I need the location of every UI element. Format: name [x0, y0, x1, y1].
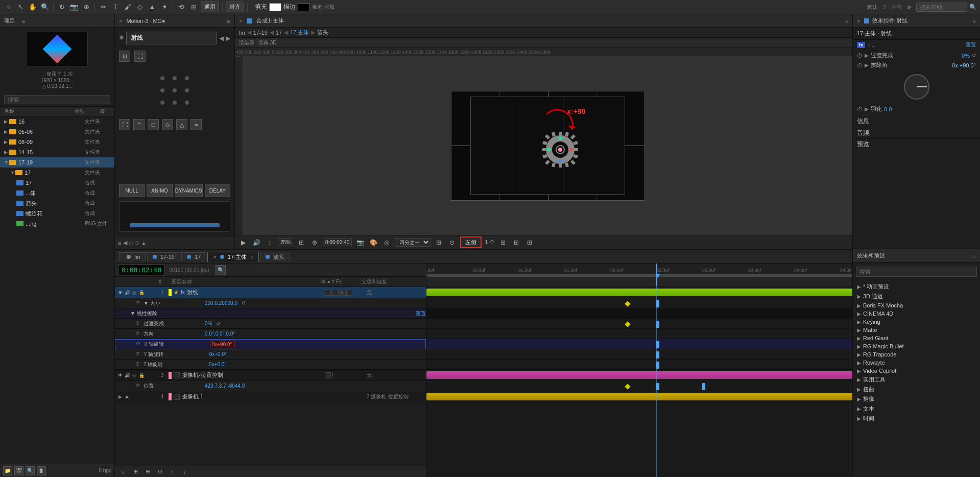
brush-icon[interactable]: 🖌	[123, 2, 133, 12]
menu-icon[interactable]: ≡	[879, 2, 890, 12]
tc-search-btn[interactable]: 🔍	[216, 265, 226, 275]
effect-cat-distort[interactable]: ▶ 扭曲	[853, 385, 980, 394]
switch-2[interactable]	[332, 290, 338, 296]
effect-value-1[interactable]: 0%	[962, 53, 970, 59]
layer-audio-icon[interactable]: 🔊	[124, 290, 130, 296]
zoom-icon[interactable]: 🔍	[40, 2, 50, 12]
cursor-icon[interactable]: ↖	[15, 2, 26, 12]
motion-warp-btn[interactable]: ⌃	[133, 119, 145, 130]
list-item[interactable]: ▼ 17 文件夹	[0, 168, 114, 178]
preview-label[interactable]: 预览	[857, 140, 869, 148]
list-item[interactable]: ▼ 17-19 文件夹	[0, 157, 114, 168]
effects-close[interactable]: ×	[857, 18, 860, 24]
effect-cat-cinema[interactable]: ▶ CINEMA 4D	[853, 309, 980, 318]
layer-eye-icon[interactable]: 👁	[117, 290, 123, 296]
motion-diamond-btn[interactable]: ◇	[162, 119, 173, 130]
viewer-icon[interactable]: ⊞	[498, 237, 508, 248]
camera-icon[interactable]: 📷	[69, 2, 79, 12]
quality-select[interactable]: 四分之一	[395, 238, 431, 247]
color-picker-icon[interactable]: 🎨	[368, 237, 378, 248]
prop-stopwatch[interactable]: ⏱	[135, 362, 141, 368]
stopwatch-icon[interactable]: ⏱	[857, 53, 863, 59]
feather-stopwatch[interactable]: ⏱	[857, 106, 863, 112]
layer-collapse-icon[interactable]: ▶	[124, 394, 130, 400]
expand-icon[interactable]: »	[904, 2, 914, 12]
motion-icon[interactable]: ⊞	[188, 2, 199, 12]
prop-reset-btn[interactable]: 重置	[416, 310, 426, 317]
viewer-icon3[interactable]: ⊞	[524, 237, 535, 248]
stroke-color-swatch[interactable]	[298, 3, 310, 11]
effect-cat-matte[interactable]: ▶ Matte	[853, 326, 980, 334]
tl-foot-icon1[interactable]: ≡	[118, 467, 128, 477]
motion-nav-icon2[interactable]: ▶	[226, 35, 230, 42]
fit-icon[interactable]: ⊞	[296, 237, 306, 248]
effect-cat-animation[interactable]: ▶ * 动画预设	[853, 282, 980, 292]
motion-wave-btn[interactable]: ≈	[190, 119, 202, 130]
effect-cat-vidcopilot[interactable]: ▶ Video Copilot	[853, 367, 980, 375]
layer-lock-icon[interactable]: 🔓	[138, 290, 145, 296]
comp-nav-17[interactable]: 17	[276, 30, 282, 36]
info-label[interactable]: 信息	[857, 117, 976, 126]
shape-icon[interactable]: ▲	[147, 2, 157, 12]
viewer-icon2[interactable]: ⊞	[511, 237, 521, 248]
motion-shape-btn[interactable]: □	[148, 119, 159, 130]
fill-color-swatch[interactable]	[269, 3, 281, 11]
motion-footer-nav2[interactable]: ▲	[141, 240, 147, 246]
delay-btn[interactable]: DELAY	[205, 184, 230, 197]
prop-stopwatch[interactable]: ⏱	[135, 321, 141, 327]
pan-icon[interactable]: ⊕	[81, 2, 91, 12]
prop-stopwatch[interactable]: ⏱	[135, 383, 141, 389]
motion-menu-icon[interactable]: ≡	[227, 18, 230, 24]
motion-footer-icon[interactable]: ≡	[118, 240, 121, 246]
effects-menu-icon[interactable]: ≡	[973, 18, 976, 24]
text-icon[interactable]: T	[110, 2, 121, 12]
camera-snap-icon[interactable]: 📷	[355, 237, 365, 248]
prop-value[interactable]: 0x+0.0°	[209, 362, 226, 367]
effect-cat-rgmb[interactable]: ▶ RG Magic Bullet	[853, 342, 980, 350]
list-item[interactable]: ▶ 16 文件夹	[0, 116, 114, 127]
timeline-layer[interactable]: 👁 🔊 ◎ 🔓 1 ★ fx 射线	[115, 287, 426, 298]
dynamics-btn[interactable]: DYNAMICS	[175, 184, 203, 197]
tl-foot-icon5[interactable]: ↑	[167, 467, 177, 477]
transfer-icon[interactable]: ↕	[265, 237, 275, 248]
puppet-icon[interactable]: ✦	[159, 2, 170, 12]
prop-value[interactable]: 423.7,3.7,-8044.9	[205, 383, 245, 389]
guide-icon[interactable]: ◎	[381, 237, 392, 248]
mask-icon[interactable]: ⊙	[447, 237, 457, 248]
comp-nav-arrow[interactable]: 箭头	[317, 29, 328, 36]
pen-icon[interactable]: ✏	[98, 2, 108, 12]
view-select[interactable]: 左侧	[460, 236, 482, 248]
eraser-icon[interactable]: ◇	[135, 2, 145, 12]
switch-3[interactable]: fx	[339, 290, 345, 296]
switch-4[interactable]	[346, 290, 352, 296]
reset-icon[interactable]: ↺	[972, 53, 976, 58]
zoom-display[interactable]: 25%	[278, 238, 293, 246]
effects-search-input[interactable]	[856, 267, 977, 277]
list-item[interactable]: 螺旋花 合成	[0, 208, 114, 219]
effect-cat-text[interactable]: ▶ 文本	[853, 404, 980, 414]
list-item[interactable]: ▶ 08-09 文件夹	[0, 137, 114, 147]
list-item[interactable]: ▶ 05-06 文件夹	[0, 127, 114, 137]
comp-close[interactable]: ×	[239, 18, 242, 24]
comp-nav-fin[interactable]: fin	[239, 30, 245, 36]
search-input[interactable]	[916, 3, 967, 12]
timeline-timecode[interactable]: 0:00:02:40	[118, 265, 165, 275]
prop-value[interactable]: 100.0,20000.0	[205, 300, 237, 306]
motion-nav-icon[interactable]: ◀	[219, 35, 224, 42]
tab-17[interactable]: 17	[181, 252, 206, 261]
new-comp-btn[interactable]: 🎬	[14, 466, 23, 475]
effect-cat-matte2[interactable]: ▶ 抠像	[853, 394, 980, 404]
hand-icon[interactable]: ✋	[28, 2, 38, 12]
layer-property-selected[interactable]: ⏱ X 轴旋转 0x+90.0°	[115, 339, 426, 349]
rotate-icon[interactable]: ↻	[57, 2, 67, 12]
motion-up-btn[interactable]: △	[176, 119, 187, 130]
prop-value[interactable]: 0x+0.0°	[209, 351, 227, 357]
layer-expand-icon[interactable]: ▶	[117, 394, 123, 400]
list-item[interactable]: ...体 合成	[0, 188, 114, 198]
comp-time-display[interactable]: 0:00:02:40	[323, 238, 352, 246]
align-btn[interactable]: 对齐	[226, 2, 244, 12]
tab-main[interactable]: × 17·主体 ≡	[207, 252, 259, 262]
motion-footer-nav[interactable]: ◀	[123, 240, 127, 246]
list-item[interactable]: 箭头 合成	[0, 198, 114, 208]
effect-cat-boris[interactable]: ▶ Boris FX Mocha	[853, 301, 980, 309]
